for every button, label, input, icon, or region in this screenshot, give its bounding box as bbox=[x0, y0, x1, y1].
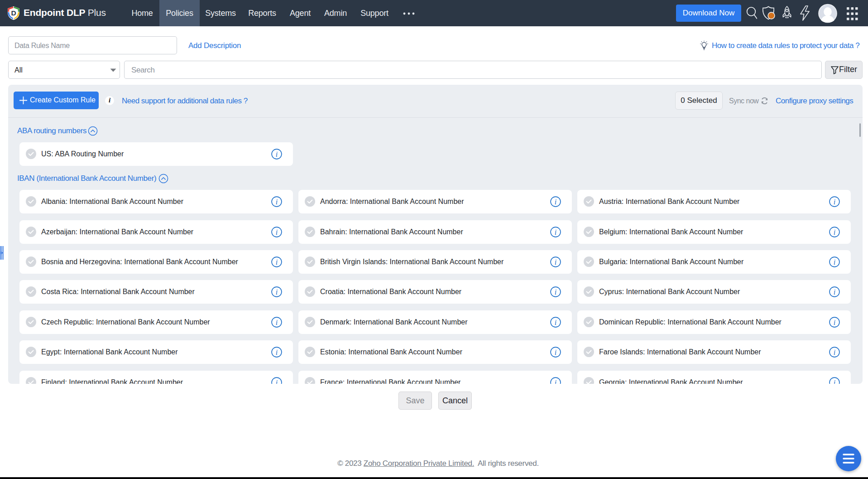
svg-text:i: i bbox=[834, 348, 835, 356]
svg-text:i: i bbox=[276, 150, 278, 158]
svg-text:i: i bbox=[555, 258, 556, 266]
svg-text:i: i bbox=[555, 348, 556, 356]
svg-text:i: i bbox=[834, 228, 835, 236]
svg-text:i: i bbox=[555, 228, 556, 236]
svg-text:i: i bbox=[555, 288, 556, 296]
svg-text:i: i bbox=[834, 318, 835, 326]
svg-text:i: i bbox=[555, 378, 556, 384]
svg-text:i: i bbox=[276, 258, 278, 266]
svg-text:i: i bbox=[834, 378, 835, 384]
svg-text:i: i bbox=[276, 378, 278, 384]
svg-text:i: i bbox=[834, 258, 835, 266]
svg-text:i: i bbox=[555, 198, 556, 206]
svg-text:i: i bbox=[834, 198, 835, 206]
svg-text:i: i bbox=[276, 318, 278, 326]
svg-text:D: D bbox=[11, 9, 16, 17]
svg-text:i: i bbox=[276, 228, 278, 236]
svg-text:i: i bbox=[276, 288, 278, 296]
svg-text:i: i bbox=[555, 318, 556, 326]
svg-text:i: i bbox=[834, 288, 835, 296]
svg-text:i: i bbox=[276, 348, 278, 356]
svg-text:i: i bbox=[276, 198, 278, 206]
